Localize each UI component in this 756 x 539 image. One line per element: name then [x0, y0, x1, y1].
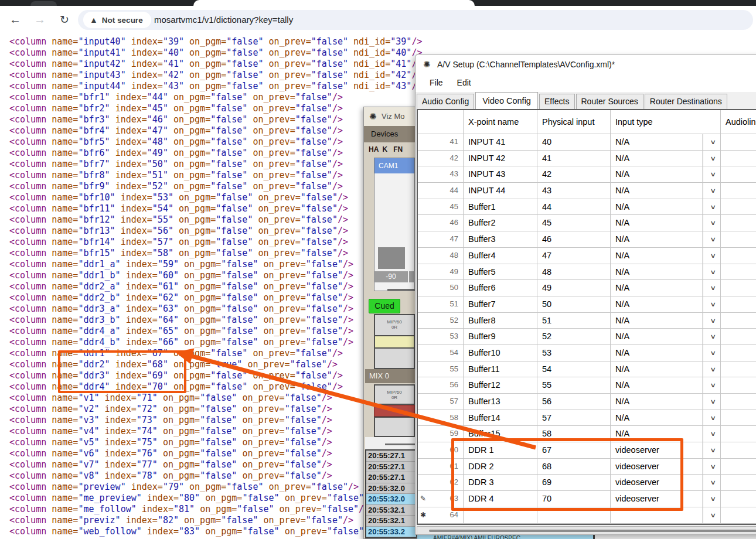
cell-input-type[interactable]: ∨ — [611, 507, 721, 524]
cell-physical-input[interactable]: 43 — [537, 183, 611, 199]
cell-physical-input[interactable]: 44 — [537, 199, 611, 216]
table-row[interactable]: 56Buffer1255N/A∨ — [418, 377, 756, 394]
row-header[interactable]: 62 — [418, 475, 464, 491]
row-header[interactable]: ✱64 — [418, 507, 464, 524]
cell-xpoint-name[interactable]: DDR 2 — [464, 459, 537, 475]
row-header[interactable]: 59 — [418, 426, 464, 442]
cell-input-type[interactable]: N/A∨ — [611, 361, 721, 378]
cell-physical-input[interactable]: 42 — [537, 166, 611, 183]
cell-xpoint-name[interactable]: Buffer7 — [464, 296, 537, 313]
row-header[interactable]: 50 — [418, 280, 464, 296]
browser-tab-inactive[interactable] — [30, 1, 57, 6]
cell-audiolink[interactable] — [721, 215, 756, 231]
cell-xpoint-name[interactable]: Buffer4 — [464, 248, 537, 264]
table-row[interactable]: 46Buffer245N/A∨ — [418, 215, 756, 231]
dropdown-chevron-icon[interactable]: ∨ — [702, 231, 721, 247]
log-timestamp-row[interactable]: 20:55:32.0 — [366, 483, 416, 494]
table-row[interactable]: 54Buffer1053N/A∨ — [418, 345, 756, 361]
row-header[interactable]: 41 — [418, 134, 464, 151]
cell-xpoint-name[interactable]: Buffer2 — [464, 215, 537, 231]
menu-edit[interactable]: Edit — [450, 74, 478, 92]
tab-video-config[interactable]: Video Config — [475, 92, 538, 109]
viz-title-bar[interactable]: ✺ Viz Mo — [364, 107, 417, 126]
cell-xpoint-name[interactable]: Buffer8 — [464, 313, 537, 329]
cell-physical-input[interactable]: 67 — [537, 442, 611, 459]
cell-audiolink[interactable] — [721, 151, 756, 167]
cell-xpoint-name[interactable]: Buffer12 — [464, 377, 537, 394]
url-text[interactable]: mosartvmc1/v1/dictionary?key=tally — [154, 10, 293, 30]
browser-tab-active[interactable] — [193, 0, 475, 6]
dropdown-chevron-icon[interactable]: ∨ — [702, 329, 721, 344]
cell-audiolink[interactable] — [721, 313, 756, 329]
cell-audiolink[interactable] — [721, 199, 756, 216]
tab-audio-config[interactable]: Audio Config — [417, 94, 474, 109]
cell-audiolink[interactable] — [721, 394, 756, 410]
dropdown-chevron-icon[interactable]: ∨ — [702, 151, 721, 166]
cell-audiolink[interactable] — [721, 491, 756, 507]
cell-audiolink[interactable] — [721, 248, 756, 264]
col-header-xpoint-name[interactable]: X-point name — [464, 110, 537, 134]
cell-input-type[interactable]: videoserver∨ — [611, 459, 721, 475]
dropdown-chevron-icon[interactable]: ∨ — [702, 134, 721, 150]
cell-audiolink[interactable] — [721, 345, 756, 361]
cell-input-type[interactable]: N/A∨ — [611, 280, 721, 296]
cell-audiolink[interactable] — [721, 475, 756, 491]
table-row[interactable]: 45Buffer144N/A∨ — [418, 199, 756, 216]
cell-audiolink[interactable] — [721, 166, 756, 183]
log-timestamp-row[interactable]: 20:55:32.0 — [366, 494, 416, 505]
table-row[interactable]: 59Buffer1558N/A∨ — [418, 426, 756, 442]
cell-audiolink[interactable] — [721, 264, 756, 281]
cell-xpoint-name[interactable]: Buffer6 — [464, 280, 537, 296]
cell-input-type[interactable]: N/A∨ — [611, 183, 721, 199]
dropdown-chevron-icon[interactable]: ∨ — [702, 199, 721, 215]
table-row[interactable]: 48Buffer447N/A∨ — [418, 248, 756, 264]
col-header-input-type[interactable]: Input type — [611, 110, 721, 134]
cell-input-type[interactable]: N/A∨ — [611, 394, 721, 410]
cell-physical-input[interactable]: 69 — [537, 475, 611, 491]
cell-physical-input[interactable]: 51 — [537, 313, 611, 329]
row-header[interactable]: 46 — [418, 215, 464, 231]
cell-audiolink[interactable] — [721, 296, 756, 313]
table-row[interactable]: 51Buffer750N/A∨ — [418, 296, 756, 313]
cell-input-type[interactable]: videoserver∨ — [611, 442, 721, 459]
row-header[interactable]: 42 — [418, 151, 464, 167]
log-timestamp-row[interactable]: 20:55:32.1 — [366, 505, 416, 516]
cell-xpoint-name[interactable]: DDR 3 — [464, 475, 537, 491]
dropdown-chevron-icon[interactable]: ∨ — [702, 491, 721, 507]
cell-physical-input[interactable]: 47 — [537, 248, 611, 264]
table-row[interactable]: 57Buffer1356N/A∨ — [418, 394, 756, 410]
row-header[interactable]: 53 — [418, 329, 464, 345]
devices-tab[interactable]: Devices — [364, 126, 417, 142]
cell-input-type[interactable]: N/A∨ — [611, 426, 721, 442]
cell-input-type[interactable]: N/A∨ — [611, 264, 721, 281]
cell-xpoint-name[interactable]: INPUT 42 — [464, 151, 537, 167]
cell-physical-input[interactable]: 48 — [537, 264, 611, 281]
back-icon[interactable]: ← — [8, 13, 22, 26]
dropdown-chevron-icon[interactable]: ∨ — [702, 313, 721, 329]
dropdown-chevron-icon[interactable]: ∨ — [702, 377, 721, 393]
cell-input-type[interactable]: videoserver∨ — [611, 491, 721, 507]
dropdown-chevron-icon[interactable]: ∨ — [702, 166, 721, 182]
dropdown-chevron-icon[interactable]: ∨ — [702, 459, 721, 475]
cell-physical-input[interactable]: 57 — [537, 410, 611, 427]
dropdown-chevron-icon[interactable]: ∨ — [702, 475, 721, 490]
dropdown-chevron-icon[interactable]: ∨ — [702, 248, 721, 264]
cell-input-type[interactable]: N/A∨ — [611, 410, 721, 427]
dropdown-chevron-icon[interactable]: ∨ — [702, 442, 721, 458]
table-row[interactable]: 49Buffer548N/A∨ — [418, 264, 756, 281]
log-timestamp-row[interactable]: 20:55:27.1 — [366, 472, 416, 483]
address-bar[interactable]: ▲ Not secure mosartvmc1/v1/dictionary?ke… — [78, 10, 753, 30]
row-header[interactable]: 47 — [418, 231, 464, 248]
cell-physical-input[interactable]: 54 — [537, 361, 611, 378]
cell-xpoint-name[interactable]: Buffer13 — [464, 394, 537, 410]
table-row[interactable]: 61DDR 268videoserver∨ — [418, 459, 756, 475]
table-row[interactable]: 41INPUT 4140N/A∨ — [418, 134, 756, 151]
cell-xpoint-name[interactable]: Buffer9 — [464, 329, 537, 345]
dropdown-chevron-icon[interactable]: ∨ — [702, 394, 721, 410]
row-header[interactable]: 49 — [418, 264, 464, 281]
dropdown-chevron-icon[interactable]: ∨ — [702, 264, 721, 280]
dropdown-chevron-icon[interactable]: ∨ — [702, 410, 721, 426]
table-row[interactable]: 52Buffer851N/A∨ — [418, 313, 756, 329]
tab-router-sources[interactable]: Router Sources — [576, 94, 643, 109]
cell-xpoint-name[interactable]: INPUT 43 — [464, 166, 537, 183]
